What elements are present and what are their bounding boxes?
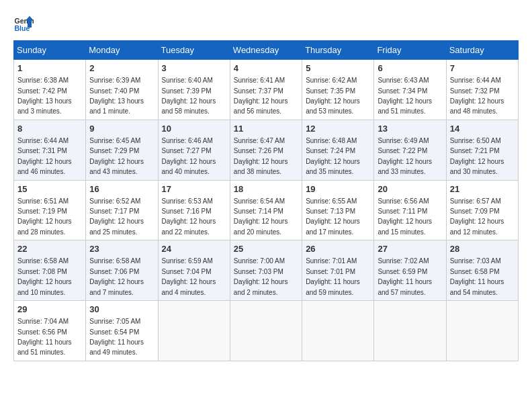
col-header-sunday: Sunday xyxy=(14,41,86,60)
sunset-info: Sunset: 7:04 PM xyxy=(162,268,212,275)
sunset-info: Sunset: 7:35 PM xyxy=(306,87,355,95)
calendar-cell: 6 Sunrise: 6:43 AM Sunset: 7:34 PM Dayli… xyxy=(374,60,446,120)
sunset-info: Sunset: 7:34 PM xyxy=(378,87,427,95)
sunset-info: Sunset: 6:59 PM xyxy=(378,268,427,275)
sunset-info: Sunset: 7:13 PM xyxy=(306,208,355,215)
calendar-cell: 26 Sunrise: 7:01 AM Sunset: 7:01 PM Dayl… xyxy=(302,240,374,301)
calendar-cell: 25 Sunrise: 7:00 AM Sunset: 7:03 PM Dayl… xyxy=(230,240,302,301)
sunrise-info: Sunrise: 6:47 AM xyxy=(234,137,285,144)
calendar-cell xyxy=(230,301,302,361)
daylight-info: Daylight: 13 hours and 3 minutes. xyxy=(17,97,72,115)
day-number: 9 xyxy=(89,123,154,135)
col-header-saturday: Saturday xyxy=(446,41,518,60)
sunset-info: Sunset: 7:08 PM xyxy=(17,268,67,275)
calendar-cell: 23 Sunrise: 6:58 AM Sunset: 7:06 PM Dayl… xyxy=(86,240,158,301)
calendar-cell xyxy=(158,301,230,361)
sunset-info: Sunset: 7:39 PM xyxy=(162,87,212,95)
day-number: 10 xyxy=(162,123,226,135)
day-number: 18 xyxy=(234,183,298,195)
day-number: 29 xyxy=(17,304,82,316)
sunset-info: Sunset: 6:56 PM xyxy=(17,328,67,336)
calendar-cell: 16 Sunrise: 6:52 AM Sunset: 7:17 PM Dayl… xyxy=(86,180,158,240)
sunset-info: Sunset: 6:58 PM xyxy=(450,268,500,275)
day-number: 12 xyxy=(306,123,370,135)
sunrise-info: Sunrise: 7:02 AM xyxy=(378,257,429,265)
col-header-tuesday: Tuesday xyxy=(158,41,230,60)
sunrise-info: Sunrise: 7:01 AM xyxy=(306,257,357,265)
sunset-info: Sunset: 7:37 PM xyxy=(234,87,283,95)
calendar-cell: 4 Sunrise: 6:41 AM Sunset: 7:37 PM Dayli… xyxy=(230,60,302,120)
daylight-info: Daylight: 12 hours and 35 minutes. xyxy=(306,158,360,175)
sunrise-info: Sunrise: 6:39 AM xyxy=(89,77,140,84)
sunset-info: Sunset: 7:19 PM xyxy=(17,208,67,215)
daylight-info: Daylight: 12 hours and 22 minutes. xyxy=(162,218,216,235)
sunrise-info: Sunrise: 6:51 AM xyxy=(17,197,69,205)
sunset-info: Sunset: 7:11 PM xyxy=(378,208,427,215)
col-header-friday: Friday xyxy=(374,41,446,60)
day-number: 22 xyxy=(17,243,82,255)
logo: General Blue xyxy=(13,13,36,34)
calendar-cell: 2 Sunrise: 6:39 AM Sunset: 7:40 PM Dayli… xyxy=(86,60,158,120)
daylight-info: Daylight: 12 hours and 38 minutes. xyxy=(234,158,288,175)
sunset-info: Sunset: 7:09 PM xyxy=(450,208,500,215)
day-number: 5 xyxy=(306,62,370,75)
day-number: 20 xyxy=(378,183,442,195)
daylight-info: Daylight: 12 hours and 30 minutes. xyxy=(450,158,504,175)
sunset-info: Sunset: 7:03 PM xyxy=(234,268,283,275)
sunrise-info: Sunrise: 6:38 AM xyxy=(17,77,69,84)
daylight-info: Daylight: 12 hours and 20 minutes. xyxy=(234,218,288,235)
sunset-info: Sunset: 7:24 PM xyxy=(306,147,355,154)
sunset-info: Sunset: 7:32 PM xyxy=(450,87,500,95)
sunrise-info: Sunrise: 6:40 AM xyxy=(162,77,213,84)
calendar-cell: 21 Sunrise: 6:57 AM Sunset: 7:09 PM Dayl… xyxy=(446,180,518,240)
day-number: 17 xyxy=(162,183,226,195)
daylight-info: Daylight: 12 hours and 46 minutes. xyxy=(17,158,72,175)
calendar-cell: 22 Sunrise: 6:58 AM Sunset: 7:08 PM Dayl… xyxy=(14,240,86,301)
sunrise-info: Sunrise: 6:41 AM xyxy=(234,77,285,84)
sunrise-info: Sunrise: 6:46 AM xyxy=(162,137,213,144)
col-header-monday: Monday xyxy=(86,41,158,60)
calendar-cell: 3 Sunrise: 6:40 AM Sunset: 7:39 PM Dayli… xyxy=(158,60,230,120)
day-number: 28 xyxy=(450,243,515,255)
calendar-cell: 27 Sunrise: 7:02 AM Sunset: 6:59 PM Dayl… xyxy=(374,240,446,301)
page-header: General Blue xyxy=(13,13,519,34)
calendar-header-row: SundayMondayTuesdayWednesdayThursdayFrid… xyxy=(14,41,519,60)
daylight-info: Daylight: 12 hours and 2 minutes. xyxy=(234,278,288,295)
day-number: 2 xyxy=(89,62,154,75)
day-number: 13 xyxy=(378,123,442,135)
calendar-cell: 11 Sunrise: 6:47 AM Sunset: 7:26 PM Dayl… xyxy=(230,120,302,180)
calendar-cell: 13 Sunrise: 6:49 AM Sunset: 7:22 PM Dayl… xyxy=(374,120,446,180)
calendar-cell: 19 Sunrise: 6:55 AM Sunset: 7:13 PM Dayl… xyxy=(302,180,374,240)
daylight-info: Daylight: 12 hours and 28 minutes. xyxy=(17,218,72,235)
daylight-info: Daylight: 12 hours and 12 minutes. xyxy=(450,218,504,235)
sunrise-info: Sunrise: 6:54 AM xyxy=(234,197,285,205)
daylight-info: Daylight: 12 hours and 7 minutes. xyxy=(89,278,144,295)
calendar-cell: 1 Sunrise: 6:38 AM Sunset: 7:42 PM Dayli… xyxy=(14,60,86,120)
calendar-cell: 7 Sunrise: 6:44 AM Sunset: 7:32 PM Dayli… xyxy=(446,60,518,120)
sunrise-info: Sunrise: 6:49 AM xyxy=(378,137,429,144)
sunrise-info: Sunrise: 6:58 AM xyxy=(89,257,140,265)
daylight-info: Daylight: 11 hours and 51 minutes. xyxy=(17,338,72,356)
calendar-cell: 14 Sunrise: 6:50 AM Sunset: 7:21 PM Dayl… xyxy=(446,120,518,180)
calendar-cell xyxy=(446,301,518,361)
daylight-info: Daylight: 11 hours and 49 minutes. xyxy=(89,338,144,356)
sunset-info: Sunset: 7:26 PM xyxy=(234,147,283,154)
calendar-cell: 8 Sunrise: 6:44 AM Sunset: 7:31 PM Dayli… xyxy=(14,120,86,180)
daylight-info: Daylight: 13 hours and 1 minute. xyxy=(89,97,144,115)
calendar-week-4: 22 Sunrise: 6:58 AM Sunset: 7:08 PM Dayl… xyxy=(14,240,519,301)
daylight-info: Daylight: 12 hours and 33 minutes. xyxy=(378,158,432,175)
col-header-thursday: Thursday xyxy=(302,41,374,60)
day-number: 24 xyxy=(162,243,226,255)
day-number: 7 xyxy=(450,62,515,75)
calendar-cell: 29 Sunrise: 7:04 AM Sunset: 6:56 PM Dayl… xyxy=(14,301,86,361)
sunset-info: Sunset: 7:16 PM xyxy=(162,208,212,215)
sunset-info: Sunset: 7:21 PM xyxy=(450,147,500,154)
day-number: 14 xyxy=(450,123,515,135)
sunrise-info: Sunrise: 6:58 AM xyxy=(17,257,69,265)
daylight-info: Daylight: 12 hours and 17 minutes. xyxy=(306,218,360,235)
daylight-info: Daylight: 12 hours and 4 minutes. xyxy=(162,278,216,295)
sunrise-info: Sunrise: 6:44 AM xyxy=(450,77,501,84)
calendar-cell xyxy=(302,301,374,361)
sunrise-info: Sunrise: 7:04 AM xyxy=(17,318,69,325)
sunrise-info: Sunrise: 6:43 AM xyxy=(378,77,429,84)
